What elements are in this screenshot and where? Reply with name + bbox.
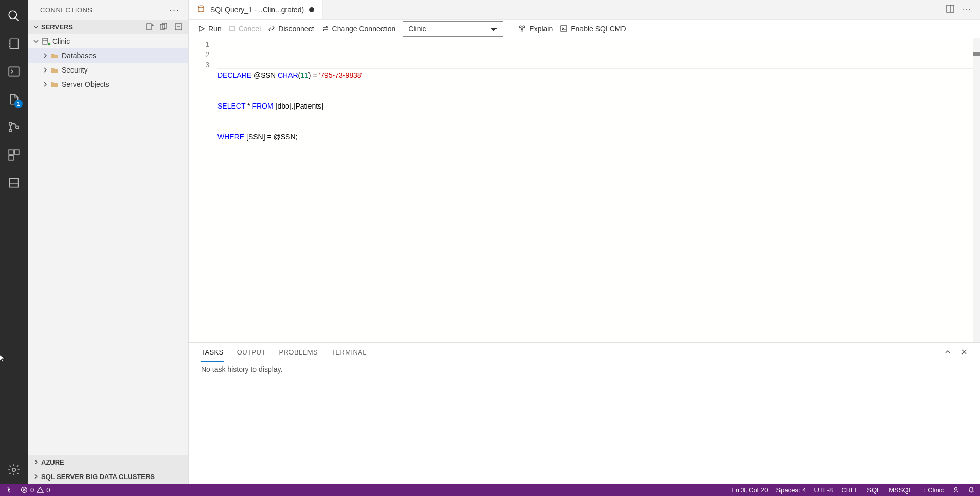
activity-source-control-icon[interactable] xyxy=(0,113,28,141)
connection-select[interactable]: Clinic xyxy=(403,21,503,37)
svg-point-8 xyxy=(9,129,12,132)
sidebar-more-icon[interactable]: ··· xyxy=(169,5,180,15)
svg-point-7 xyxy=(9,122,12,125)
status-encoding[interactable]: UTF-8 xyxy=(814,486,833,494)
tree-item-server-objects[interactable]: Server Objects xyxy=(28,77,188,92)
code-content[interactable]: DECLARE @SSN CHAR(11) = '795-73-9838' SE… xyxy=(217,38,980,342)
section-servers[interactable]: SERVERS xyxy=(28,20,188,34)
tree-item-security[interactable]: Security xyxy=(28,63,188,77)
svg-rect-10 xyxy=(9,150,13,154)
svg-point-40 xyxy=(955,488,957,490)
svg-rect-34 xyxy=(561,26,567,31)
panel-tabs: TASKS OUTPUT PROBLEMS TERMINAL xyxy=(189,343,980,362)
sidebar-title-row: CONNECTIONS ··· xyxy=(28,0,188,20)
chevron-right-icon xyxy=(32,473,40,480)
svg-rect-2 xyxy=(10,39,18,49)
activity-settings-icon[interactable] xyxy=(0,456,28,484)
split-editor-icon[interactable] xyxy=(946,4,955,15)
status-eol[interactable]: CRLF xyxy=(841,486,859,494)
status-bar: 0 0 Ln 3, Col 20 Spaces: 4 UTF-8 CRLF SQ… xyxy=(0,484,980,496)
status-cursor[interactable]: Ln 3, Col 20 xyxy=(732,486,768,494)
activity-extensions-icon[interactable] xyxy=(0,141,28,169)
status-connection[interactable]: . : Clinic xyxy=(920,486,944,494)
activity-panel-icon[interactable] xyxy=(0,169,28,197)
folder-icon xyxy=(49,66,60,74)
panel-close-icon[interactable] xyxy=(960,348,968,357)
status-language[interactable]: SQL xyxy=(867,486,880,494)
status-spaces[interactable]: Spaces: 4 xyxy=(776,486,806,494)
panel-tab-tasks[interactable]: TASKS xyxy=(201,343,224,362)
sidebar-title: CONNECTIONS xyxy=(40,6,93,14)
sidebar: CONNECTIONS ··· SERVERS xyxy=(28,0,189,484)
status-host-icon[interactable] xyxy=(5,486,12,493)
status-provider[interactable]: MSSQL xyxy=(888,486,912,494)
toolbar-separator xyxy=(511,24,511,33)
tab-more-icon[interactable]: ··· xyxy=(962,5,972,14)
svg-rect-11 xyxy=(14,150,19,154)
panel-body: No task history to display. xyxy=(189,362,980,484)
activity-search-icon[interactable] xyxy=(0,2,28,30)
activity-explorer-icon[interactable]: 1 xyxy=(0,85,28,113)
tree-label: Databases xyxy=(62,51,96,60)
svg-point-29 xyxy=(519,26,521,28)
panel-tab-problems[interactable]: PROBLEMS xyxy=(279,343,318,362)
svg-rect-13 xyxy=(9,178,18,187)
current-line-highlight xyxy=(217,59,980,69)
folder-icon xyxy=(49,80,60,88)
disconnect-button[interactable]: Disconnect xyxy=(268,25,314,33)
chevron-right-icon xyxy=(41,81,49,87)
activity-notebook-icon[interactable] xyxy=(0,30,28,58)
tree-label: Security xyxy=(62,66,88,74)
collapse-all-icon[interactable] xyxy=(173,21,184,32)
status-problems[interactable]: 0 0 xyxy=(21,486,50,494)
overview-mark xyxy=(973,52,980,56)
svg-rect-16 xyxy=(147,24,151,30)
status-feedback-icon[interactable] xyxy=(952,486,959,493)
tabs-row: SQLQuery_1 - ..Clin...grated) ··· xyxy=(189,0,980,20)
line-gutter: 1 2 3 xyxy=(189,38,217,342)
tab-title: SQLQuery_1 - ..Clin...grated) xyxy=(210,6,304,14)
explain-button[interactable]: Explain xyxy=(518,25,553,33)
svg-rect-28 xyxy=(230,26,234,31)
editor-tab[interactable]: SQLQuery_1 - ..Clin...grated) xyxy=(189,0,323,19)
database-icon xyxy=(197,5,205,14)
section-azure[interactable]: AZURE xyxy=(28,455,188,469)
activity-terminal-icon[interactable] xyxy=(0,58,28,85)
svg-point-0 xyxy=(9,11,16,19)
panel-tab-output[interactable]: OUTPUT xyxy=(237,343,266,362)
editor-column: SQLQuery_1 - ..Clin...grated) ··· Run Ca… xyxy=(189,0,980,484)
svg-rect-6 xyxy=(9,67,19,76)
svg-point-25 xyxy=(198,6,204,8)
svg-line-32 xyxy=(521,28,522,29)
bottom-panel: TASKS OUTPUT PROBLEMS TERMINAL No task h… xyxy=(189,342,980,484)
section-label: SQL SERVER BIG DATA CLUSTERS xyxy=(41,473,184,481)
folder-icon xyxy=(49,51,60,60)
panel-maximize-icon[interactable] xyxy=(944,348,951,357)
tree-item-databases[interactable]: Databases xyxy=(28,48,188,63)
tree-label: Clinic xyxy=(52,37,70,45)
tree-server-root[interactable]: Clinic xyxy=(28,34,188,48)
tree-label: Server Objects xyxy=(62,80,110,88)
change-connection-button[interactable]: Change Connection xyxy=(321,25,396,33)
chevron-down-icon xyxy=(32,38,40,44)
run-button[interactable]: Run xyxy=(198,25,222,33)
chevron-right-icon xyxy=(41,52,49,59)
enable-sqlcmd-button[interactable]: Enable SQLCMD xyxy=(560,25,626,33)
chevron-right-icon xyxy=(32,459,40,465)
panel-tab-terminal[interactable]: TERMINAL xyxy=(331,343,367,362)
dirty-indicator-icon xyxy=(309,7,314,12)
activity-badge: 1 xyxy=(14,100,23,108)
overview-ruler[interactable] xyxy=(973,38,980,342)
svg-point-30 xyxy=(523,26,525,28)
activity-bar: 1 xyxy=(0,0,28,484)
section-bigdata[interactable]: SQL SERVER BIG DATA CLUSTERS xyxy=(28,469,188,484)
svg-point-15 xyxy=(12,468,16,472)
status-bell-icon[interactable] xyxy=(968,486,975,493)
code-editor[interactable]: 1 2 3 DECLARE @SSN CHAR(11) = '795-73-98… xyxy=(189,38,980,342)
svg-rect-12 xyxy=(9,155,13,160)
svg-point-9 xyxy=(16,126,19,128)
section-label: AZURE xyxy=(41,458,184,466)
new-connection-icon[interactable] xyxy=(144,21,155,32)
chevron-down-icon xyxy=(32,24,40,30)
new-group-icon[interactable] xyxy=(158,21,170,32)
